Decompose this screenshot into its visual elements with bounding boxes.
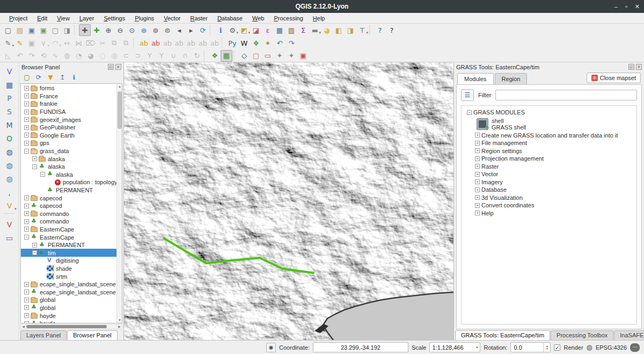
field-calculator-icon[interactable]: ▥: [286, 24, 297, 36]
new-shapefile-layer-icon[interactable]: V: [3, 199, 17, 212]
grass-shell-item[interactable]: shell GRASS shell: [464, 117, 634, 132]
expander-icon[interactable]: +: [475, 172, 480, 177]
module-group[interactable]: + Projection management: [464, 155, 634, 163]
expander-icon[interactable]: −: [32, 164, 37, 169]
tree-item[interactable]: − grass_data: [21, 147, 116, 155]
move-feature-icon[interactable]: ↔: [61, 37, 73, 49]
expander-icon[interactable]: +: [24, 102, 29, 106]
grass-edit-icon[interactable]: V: [3, 218, 17, 231]
menu-item[interactable]: Raster: [185, 14, 212, 23]
statistics-icon[interactable]: Σ: [297, 24, 309, 36]
add-wcs-layer-icon[interactable]: ◍: [3, 158, 17, 172]
plugin-tools-icon[interactable]: ✦: [262, 37, 274, 49]
expander-icon[interactable]: −: [24, 235, 29, 240]
panel-close-icon[interactable]: ✕: [636, 64, 642, 70]
expander-icon[interactable]: +: [475, 141, 480, 146]
expander-icon[interactable]: +: [24, 298, 29, 302]
tree-item[interactable]: + hoyde: [21, 312, 116, 320]
add-circular-string-icon[interactable]: ◠: [49, 37, 61, 49]
zoom-full-icon[interactable]: ⊛: [138, 24, 150, 36]
merge-attributes-icon[interactable]: ∩: [179, 50, 191, 62]
add-delimited-text-icon[interactable]: ,: [3, 185, 17, 199]
add-spatialite-layer-icon[interactable]: S: [3, 105, 17, 118]
module-group[interactable]: + Convert coordinates: [464, 201, 634, 209]
processing-plugin-icon[interactable]: ❖: [250, 37, 262, 49]
tree-item[interactable]: − GRASS MODULES: [464, 109, 634, 117]
tree-item[interactable]: population : topology r: [21, 178, 116, 186]
module-group[interactable]: + Database: [464, 186, 634, 194]
offset-curve-icon[interactable]: ⊂: [120, 50, 132, 62]
browser-horizontal-scrollbar[interactable]: ◀ ▶: [20, 324, 122, 329]
tree-item[interactable]: + ecape_single_landsat_scene: [21, 288, 116, 296]
text-annotation-icon[interactable]: T: [356, 24, 368, 36]
grass-open-mapset-icon[interactable]: ❖: [209, 50, 221, 62]
module-group[interactable]: + Create new GRASS location and transfer…: [464, 132, 634, 140]
rotate-point-symbols-icon[interactable]: ↻: [191, 50, 203, 62]
scrollbar-thumb[interactable]: [26, 325, 107, 328]
grass-region-icon[interactable]: ▭: [3, 231, 17, 244]
add-wms-layer-icon[interactable]: ◍: [3, 145, 17, 158]
render-checkbox[interactable]: ✓: [554, 344, 560, 351]
layer-diagram-icon[interactable]: ab: [150, 37, 162, 49]
paste-features-icon[interactable]: ⧉: [120, 37, 132, 49]
label-rotate-icon[interactable]: ab: [197, 37, 209, 49]
tree-item[interactable]: srtm: [21, 272, 116, 280]
whats-this-icon[interactable]: ?: [386, 24, 398, 36]
new-bookmark-icon[interactable]: ◧: [333, 24, 345, 36]
menu-item[interactable]: Help: [308, 14, 330, 23]
composer-manager-icon[interactable]: ◨: [61, 24, 73, 36]
tree-item[interactable]: + EasternCape: [21, 226, 116, 234]
zoom-last-icon[interactable]: ◂: [173, 24, 185, 36]
filter-input[interactable]: [495, 90, 637, 100]
menu-item[interactable]: Edit: [32, 14, 52, 23]
save-project-icon[interactable]: ▣: [26, 24, 38, 36]
add-mssql-layer-icon[interactable]: M: [3, 118, 17, 132]
epsg-status[interactable]: EPSG:4326: [596, 344, 627, 351]
attribute-table-icon[interactable]: ▦: [274, 24, 286, 36]
messages-icon[interactable]: ⋯: [630, 343, 640, 352]
properties-icon[interactable]: ℹ: [69, 72, 79, 83]
expander-icon[interactable]: −: [40, 172, 45, 177]
panel-float-icon[interactable]: ◱: [628, 64, 634, 70]
module-group[interactable]: + Vector: [464, 170, 634, 178]
tree-item[interactable]: + FUNDISA: [21, 108, 116, 116]
expander-icon[interactable]: +: [475, 164, 480, 169]
scrollbar-thumb[interactable]: [118, 91, 122, 129]
tree-item[interactable]: + hoyde: [21, 320, 116, 323]
tree-item[interactable]: shade: [21, 265, 116, 273]
copy-features-icon[interactable]: ⧉: [108, 37, 120, 49]
zoom-to-layer-icon[interactable]: ⊚: [150, 24, 162, 36]
inasafe-minimum-needs-icon[interactable]: ✦: [286, 50, 297, 62]
module-group[interactable]: + Raster: [464, 163, 634, 171]
delete-ring-icon[interactable]: ◌: [97, 50, 108, 62]
wkt-tool-icon[interactable]: W: [238, 37, 250, 49]
add-feature-icon[interactable]: ∨: [38, 37, 49, 49]
label-move-icon[interactable]: ab: [185, 37, 197, 49]
undo-icon[interactable]: ↶: [14, 50, 26, 62]
delete-part-icon[interactable]: ◎: [108, 50, 120, 62]
dock-tab[interactable]: Browser Panel: [67, 330, 118, 340]
label-properties-icon[interactable]: ab: [209, 37, 221, 49]
expander-icon[interactable]: +: [24, 110, 29, 114]
menu-item[interactable]: View: [52, 14, 75, 23]
inasafe-shakemap-icon[interactable]: ▣: [297, 50, 309, 62]
filter-browser-icon[interactable]: ▼: [45, 72, 56, 83]
tree-item[interactable]: digitising: [21, 257, 116, 265]
tree-item[interactable]: − alaska: [21, 171, 116, 179]
expander-icon[interactable]: +: [24, 117, 29, 122]
add-part-icon[interactable]: ◔: [73, 50, 85, 62]
menu-item[interactable]: Layer: [75, 14, 99, 23]
label-show-hide-icon[interactable]: ab: [173, 37, 185, 49]
expander-icon[interactable]: +: [24, 313, 29, 318]
tree-item[interactable]: + frankie: [21, 100, 116, 108]
add-raster-layer-icon[interactable]: ▦: [3, 78, 17, 91]
expander-icon[interactable]: +: [24, 133, 29, 138]
expander-icon[interactable]: +: [475, 148, 480, 153]
inasafe-wizard-icon[interactable]: ▭: [262, 50, 274, 62]
layer-labeling-icon[interactable]: ab: [138, 37, 150, 49]
add-vector-layer-icon[interactable]: V: [3, 64, 17, 78]
toggle-editing-icon[interactable]: ✎: [14, 37, 26, 49]
expander-icon[interactable]: +: [475, 187, 480, 192]
zoom-in-icon[interactable]: ⊕: [103, 24, 114, 36]
tree-item[interactable]: − tim: [21, 249, 116, 257]
